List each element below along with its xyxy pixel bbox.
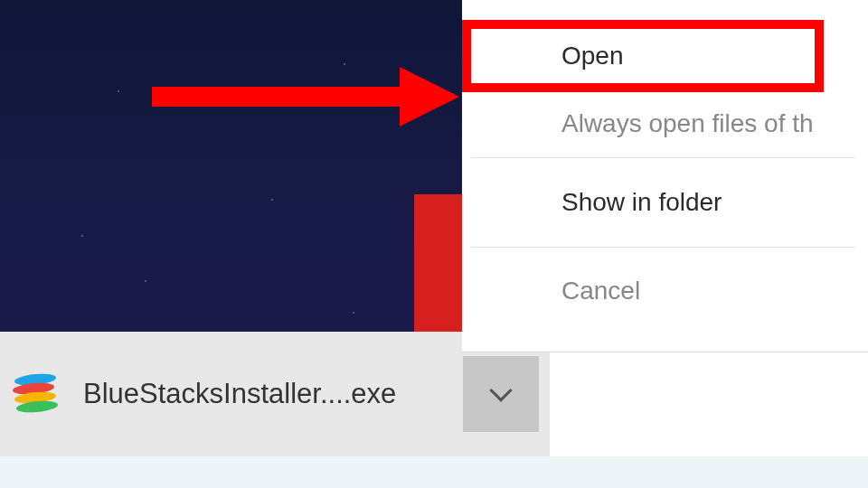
taskbar-fragment (0, 456, 868, 488)
menu-item-cancel: Cancel (462, 248, 868, 334)
decorative-star (344, 63, 345, 65)
menu-item-label: Open (561, 42, 624, 70)
download-item[interactable]: BlueStacksInstaller....exe (0, 332, 463, 456)
menu-item-label: Show in folder (561, 188, 722, 217)
download-file-name: BlueStacksInstaller....exe (83, 378, 396, 410)
decorative-star (353, 312, 354, 314)
chevron-down-icon (489, 379, 512, 401)
decorative-star (271, 199, 273, 201)
decorative-star (118, 90, 119, 92)
decorative-star (81, 235, 83, 237)
decorative-star (145, 280, 146, 282)
background-graphic (414, 194, 468, 332)
annotation-highlight-open: Open (462, 20, 824, 92)
menu-item-show-in-folder[interactable]: Show in folder (462, 158, 868, 247)
menu-item-label: Always open files of th (561, 109, 814, 138)
menu-item-always-open-type: Always open files of th (462, 90, 868, 157)
page-content-area (550, 352, 868, 456)
download-options-button[interactable] (463, 356, 539, 432)
bluestacks-icon (13, 374, 58, 414)
menu-item-label: Cancel (561, 277, 640, 305)
